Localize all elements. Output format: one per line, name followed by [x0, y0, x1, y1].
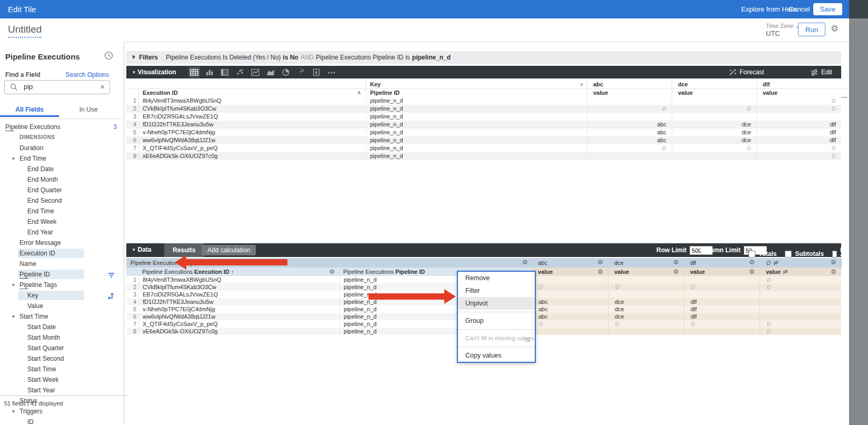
pivot-value-cell[interactable]: [587, 152, 672, 160]
execution-id-cell[interactable]: v-Nheh0pTPC7E0jC4dmNjg: [138, 305, 340, 313]
gear-icon[interactable]: ⚙: [831, 268, 836, 275]
execution-id-cell[interactable]: ww6vIpNvQfWdA38qtJJ21w: [138, 136, 366, 144]
checkbox-icon[interactable]: [832, 251, 837, 258]
pivot-value-cell[interactable]: dce: [672, 129, 756, 136]
execution-id-cell[interactable]: EB7ciDIZR5GALsJVxwZE1Q: [138, 113, 366, 121]
sidebar-item-end-second[interactable]: End Second: [0, 195, 123, 206]
tile-title-input[interactable]: Untitled: [8, 24, 42, 38]
clear-x-icon[interactable]: ×: [100, 82, 105, 91]
sidebar-item-pipeline-executions[interactable]: ▾Pipeline Executions3: [0, 122, 123, 132]
map-pin-icon[interactable]: [295, 67, 307, 77]
pipeline-id-cell[interactable]: pipeline_n_d: [366, 144, 587, 152]
pivot-value-cell[interactable]: ∅: [608, 283, 684, 291]
run-button[interactable]: Run: [798, 23, 825, 36]
expand-triangle-icon[interactable]: [133, 55, 135, 59]
pivot-value-cell[interactable]: ∅: [756, 105, 841, 113]
menu-item-remove[interactable]: Remove: [458, 272, 535, 284]
sidebar-item-start-year[interactable]: Start Year: [0, 385, 123, 396]
area-chart-icon[interactable]: [265, 67, 276, 77]
gear-icon[interactable]: ⚙: [749, 268, 755, 275]
gear-icon[interactable]: ⚙: [831, 24, 839, 33]
history-clock-icon[interactable]: [104, 51, 113, 62]
bar-chart-icon[interactable]: [204, 67, 215, 77]
sidebar-item-name[interactable]: Name: [0, 259, 123, 269]
execution-id-cell[interactable]: fD1I2J2hTTKE3Jeanu3u5w: [138, 121, 366, 129]
timezone-dropdown[interactable]: Time Zone ⌄: [766, 23, 800, 29]
caret-down-icon[interactable]: ▾: [12, 280, 15, 290]
sidebar-item-pipeline-tags[interactable]: ▾Pipeline Tags: [0, 280, 123, 290]
viz-pivot-value-header[interactable]: abc: [587, 80, 678, 89]
single-value-icon[interactable]: 6: [311, 67, 322, 77]
pivot-value-cell[interactable]: abc: [532, 298, 608, 305]
pivot-value-cell[interactable]: [760, 313, 841, 320]
viz-pivot-key-header[interactable]: Key>: [366, 80, 587, 89]
results-header-value[interactable]: value⚙: [684, 268, 760, 276]
pivot-value-cell[interactable]: dce: [608, 298, 684, 305]
pivot-value-cell[interactable]: ∅: [760, 283, 841, 291]
pivot-value-cell[interactable]: ∅: [532, 283, 608, 291]
pipeline-id-cell[interactable]: pipeline_n_d: [366, 113, 587, 121]
more-icon[interactable]: [326, 67, 337, 77]
sidebar-item-end-time[interactable]: End Time: [0, 206, 123, 216]
sidebar-item-start-time[interactable]: Start Time: [0, 364, 123, 374]
gear-icon[interactable]: ⚙: [597, 268, 603, 275]
caret-down-icon[interactable]: ▾: [12, 311, 15, 322]
sidebar-item-end-quarter[interactable]: End Quarter: [0, 185, 123, 195]
sidebar-item-value[interactable]: Value: [0, 301, 123, 311]
pivot-value-cell[interactable]: [760, 305, 841, 313]
forecast-button[interactable]: Forecast: [729, 68, 764, 76]
pivot-value-cell[interactable]: [608, 291, 684, 298]
execution-id-cell[interactable]: CVkBkIplTfum4SKab3O3Cw: [138, 105, 366, 113]
pivot-value-cell[interactable]: ∅: [672, 105, 756, 113]
pivot-value-cell[interactable]: [532, 276, 608, 283]
execution-id-cell[interactable]: v-Nheh0pTPC7E0jC4dmNjg: [138, 129, 366, 136]
cancel-button[interactable]: Cancel: [789, 5, 810, 13]
pivot-value-cell[interactable]: abc: [532, 305, 608, 313]
pivot-value-cell[interactable]: dlf: [684, 305, 760, 313]
pivot-value-cell[interactable]: ∅: [608, 320, 684, 328]
pivot-value-cell[interactable]: dlf: [756, 121, 841, 129]
pipeline-id-cell[interactable]: pipeline_n_d: [366, 121, 587, 129]
results-header-value[interactable]: value⚙: [608, 268, 684, 276]
pivot-value-cell[interactable]: abc: [587, 121, 672, 129]
search-options-link[interactable]: Search Options: [65, 71, 109, 78]
checkbox-icon[interactable]: [749, 251, 755, 258]
gear-icon[interactable]: ⚙: [522, 259, 528, 266]
add-calculation-button[interactable]: Add calculation: [202, 245, 256, 255]
pivot-value-cell[interactable]: [684, 328, 760, 335]
pivot-value-cell[interactable]: [587, 113, 672, 121]
caret-down-icon[interactable]: ▾: [12, 153, 15, 164]
pivot-value-cell[interactable]: dce: [672, 136, 756, 144]
pipeline-id-cell[interactable]: pipeline_n_d: [366, 97, 587, 105]
table-report-icon[interactable]: [219, 67, 231, 77]
sidebar-item-error-message[interactable]: Error Message: [0, 238, 123, 248]
menu-item-unpivot[interactable]: Unpivot: [458, 297, 535, 310]
sidebar-item-end-date[interactable]: End Date: [0, 164, 123, 174]
caret-down-icon[interactable]: ▾: [0, 122, 1, 132]
field-search-box[interactable]: ×: [4, 80, 110, 94]
pivot-value-cell[interactable]: [532, 328, 608, 335]
execution-id-cell[interactable]: 8t4yVen8T3mwaXBWgbUSnQ: [138, 97, 366, 105]
sort-asc-icon[interactable]: ∧: [357, 88, 361, 97]
sidebar-item-triggers[interactable]: ▾Triggers: [0, 406, 123, 417]
pivot-value-cell[interactable]: dlf: [684, 298, 760, 305]
pivot-value-cell[interactable]: [760, 298, 841, 305]
results-header-value[interactable]: value⚙: [532, 268, 608, 276]
sidebar-item-id[interactable]: ID: [0, 417, 123, 425]
caret-down-icon[interactable]: ▾: [12, 406, 15, 417]
pivot-value-cell[interactable]: [684, 276, 760, 283]
table-icon[interactable]: [188, 67, 200, 77]
pivot-value-cell[interactable]: [684, 291, 760, 298]
execution-id-cell[interactable]: fD1I2J2hTTKE3Jeanu3u5w: [138, 298, 340, 305]
execution-id-cell[interactable]: 8t4yVen8T3mwaXBWgbUSnQ: [138, 276, 340, 283]
execution-id-cell[interactable]: xE6eADGkSk-OXiUOZ97c0g: [138, 152, 366, 160]
pipeline-id-cell[interactable]: pipeline_n_d: [366, 105, 587, 113]
sidebar-item-start-time[interactable]: ▾Start Time: [0, 311, 123, 322]
sidebar-item-end-year[interactable]: End Year: [0, 227, 123, 238]
save-button[interactable]: Save: [813, 3, 842, 15]
pivot-value-cell[interactable]: dlf: [756, 129, 841, 136]
sidebar-item-end-week[interactable]: End Week: [0, 216, 123, 227]
execution-id-cell[interactable]: CVkBkIplTfum4SKab3O3Cw: [138, 283, 340, 291]
pivot-value-cell[interactable]: [532, 291, 608, 298]
menu-item-filter[interactable]: Filter: [458, 284, 535, 297]
